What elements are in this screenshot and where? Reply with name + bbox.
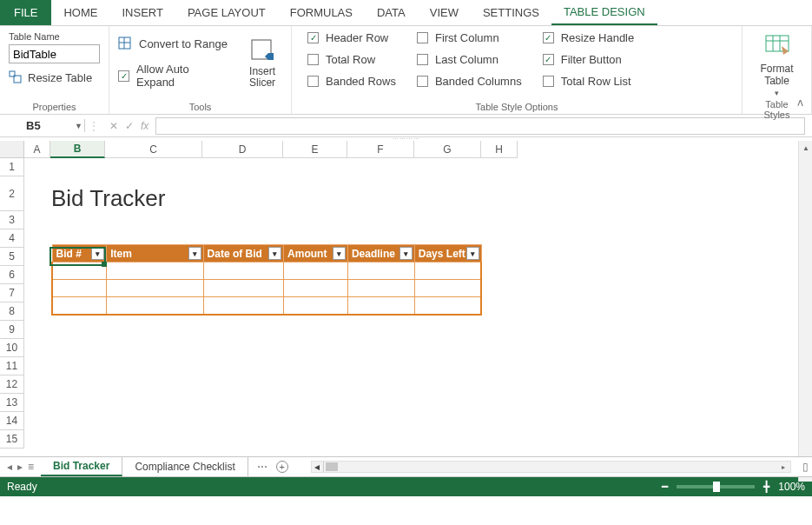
sheet-tab-bid-tracker[interactable]: Bid Tracker [41, 457, 122, 476]
table-name-input[interactable] [9, 44, 100, 63]
row-header-5[interactable]: 5 [0, 248, 24, 266]
table-cell[interactable] [284, 297, 348, 315]
table-cell[interactable] [414, 262, 481, 280]
allow-auto-expand-checkbox[interactable] [118, 70, 129, 82]
chk-banded-columns[interactable]: Banded Columns [417, 75, 522, 88]
scroll-left-icon[interactable]: ◂ [312, 462, 324, 472]
table-cell[interactable] [107, 297, 203, 315]
format-table-button[interactable]: Format Table ▾ [757, 31, 797, 97]
row-header-13[interactable]: 13 [0, 394, 24, 412]
row-header-7[interactable]: 7 [0, 284, 24, 302]
cell-surface[interactable]: Bid Tracker Bid #▾Item▾Date of Bid▾Amoun… [24, 158, 812, 456]
row-header-11[interactable]: 11 [0, 357, 24, 375]
col-header-G[interactable]: G [414, 141, 481, 158]
table-header-date-of-bid[interactable]: Date of Bid▾ [203, 245, 284, 262]
filter-dropdown-icon[interactable]: ▾ [268, 247, 281, 260]
table-cell[interactable] [414, 297, 481, 315]
filter-dropdown-icon[interactable]: ▾ [333, 247, 346, 260]
zoom-level[interactable]: 100% [778, 481, 805, 493]
filter-dropdown-icon[interactable]: ▾ [466, 247, 479, 260]
row-header-10[interactable]: 10 [0, 339, 24, 357]
col-header-B[interactable]: B [50, 141, 105, 158]
row-header-12[interactable]: 12 [0, 375, 24, 394]
chk-first-column[interactable]: First Column [417, 31, 522, 44]
zoom-out-button[interactable]: ━ [662, 481, 668, 493]
row-header-4[interactable]: 4 [0, 229, 24, 248]
table-cell[interactable] [414, 280, 481, 297]
row-header-6[interactable]: 6 [0, 266, 24, 284]
table-cell[interactable] [284, 280, 348, 297]
filter-dropdown-icon[interactable]: ▾ [188, 247, 201, 260]
col-header-A[interactable]: A [24, 141, 50, 158]
col-header-H[interactable]: H [481, 141, 518, 158]
sheet-nav-menu[interactable]: ≡ [28, 461, 34, 473]
row-header-15[interactable]: 15 [0, 430, 24, 449]
table-header-item[interactable]: Item▾ [107, 245, 203, 262]
add-sheet-button[interactable]: + [276, 461, 288, 473]
row-header-1[interactable]: 1 [0, 158, 24, 176]
chk-banded-rows[interactable]: Banded Rows [307, 75, 396, 88]
table-header-amount[interactable]: Amount▾ [284, 245, 348, 262]
chk-total-row[interactable]: Total Row [307, 53, 396, 66]
zoom-in-button[interactable]: ╋ [763, 481, 769, 493]
table-cell[interactable] [52, 297, 107, 315]
select-all-corner[interactable] [0, 141, 24, 158]
sheet-tab-compliance-checklist[interactable]: Compliance Checklist [122, 456, 248, 477]
chk-filter-button[interactable]: Filter Button [543, 53, 635, 66]
tab-formulas[interactable]: FORMULAS [278, 0, 365, 25]
row-header-8[interactable]: 8 [0, 302, 24, 321]
table-cell[interactable] [203, 297, 284, 315]
row-header-3[interactable]: 3 [0, 211, 24, 229]
chk-header-row[interactable]: Header Row [307, 31, 396, 44]
name-box[interactable] [26, 119, 69, 132]
row-header-9[interactable]: 9 [0, 321, 24, 339]
allow-auto-expand-button[interactable]: Allow Auto Expand [118, 63, 230, 89]
resize-table-button[interactable]: Resize Table [9, 70, 100, 84]
table-cell[interactable] [107, 280, 203, 297]
row-header-14[interactable]: 14 [0, 412, 24, 430]
col-header-F[interactable]: F [347, 141, 414, 158]
bid-table[interactable]: Bid #▾Item▾Date of Bid▾Amount▾Deadline▾D… [51, 244, 482, 316]
col-header-D[interactable]: D [202, 141, 283, 158]
table-row[interactable] [52, 280, 481, 297]
chk-resize-handle[interactable]: Resize Handle [543, 31, 635, 44]
filter-dropdown-icon[interactable]: ▾ [399, 247, 413, 260]
tab-settings[interactable]: SETTINGS [471, 0, 551, 25]
table-cell[interactable] [347, 280, 414, 297]
table-cell[interactable] [203, 280, 284, 297]
table-header-deadline[interactable]: Deadline▾ [347, 245, 414, 262]
tab-insert[interactable]: INSERT [109, 0, 175, 25]
row-header-2[interactable]: 2 [0, 176, 24, 211]
sheet-nav-next[interactable]: ▸ [17, 461, 23, 473]
col-header-C[interactable]: C [105, 141, 202, 158]
scroll-right-icon[interactable]: ▸ [776, 462, 790, 472]
zoom-slider[interactable] [677, 485, 755, 488]
insert-slicer-button[interactable]: Insert Slicer [242, 37, 282, 89]
tab-data[interactable]: DATA [365, 0, 418, 25]
tab-home[interactable]: HOME [51, 0, 109, 25]
tab-page-layout[interactable]: PAGE LAYOUT [175, 0, 278, 25]
horizontal-scrollbar[interactable]: ◂ ▸ [311, 461, 791, 473]
split-handle[interactable]: ▯ [798, 461, 812, 473]
formula-input[interactable] [155, 117, 805, 135]
table-header-days-left[interactable]: Days Left▾ [414, 245, 481, 262]
scroll-thumb[interactable] [326, 462, 338, 471]
tab-view[interactable]: VIEW [418, 0, 471, 25]
tab-table-design[interactable]: TABLE DESIGN [551, 0, 657, 25]
table-cell[interactable] [347, 297, 414, 315]
table-cell[interactable] [284, 262, 348, 280]
col-header-E[interactable]: E [283, 141, 347, 158]
table-cell[interactable] [52, 262, 107, 280]
scroll-up-icon[interactable]: ▲ [799, 141, 812, 155]
tab-file[interactable]: FILE [0, 0, 51, 25]
table-row[interactable] [52, 262, 481, 280]
vertical-scrollbar[interactable]: ▲ ▼ [798, 141, 812, 482]
sheet-nav-prev[interactable]: ◂ [7, 461, 12, 473]
table-cell[interactable] [107, 262, 203, 280]
table-cell[interactable] [347, 262, 414, 280]
table-row[interactable] [52, 297, 481, 315]
sheet-tab-more[interactable]: ⋯ [257, 461, 267, 473]
table-cell[interactable] [203, 262, 284, 280]
table-cell[interactable] [52, 280, 107, 297]
filter-dropdown-icon[interactable]: ▾ [91, 247, 104, 260]
